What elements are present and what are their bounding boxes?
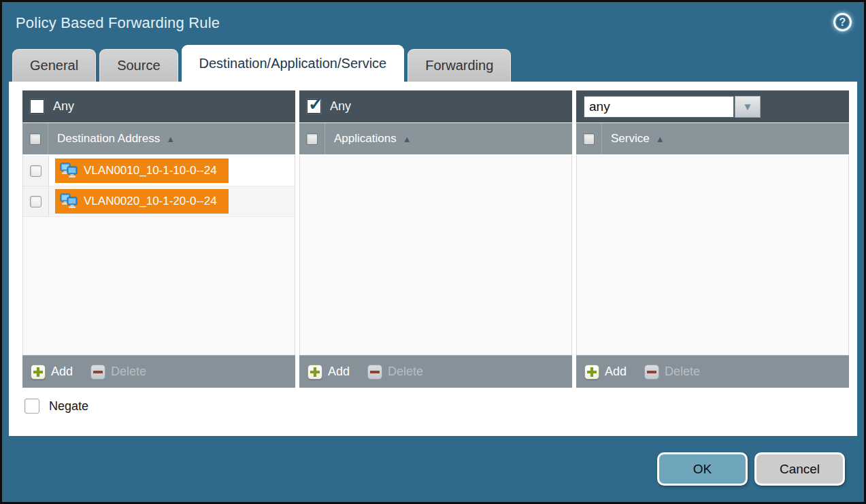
ok-button[interactable]: OK [657, 452, 748, 486]
delete-icon [367, 365, 382, 380]
table-row: VLAN0010_10-1-10-0--24 [23, 156, 295, 186]
applications-any-bar: Any [299, 90, 572, 122]
add-icon [307, 365, 322, 380]
destination-add-button[interactable]: Add [31, 365, 73, 380]
service-dropdown-button[interactable]: ▼ [735, 96, 761, 118]
destination-toolbar: Add Delete [22, 355, 295, 388]
destination-delete-button[interactable]: Delete [90, 365, 146, 380]
delete-icon [644, 365, 659, 380]
applications-column-header-row: Applications ▲ [299, 122, 572, 154]
dialog-footer: OK Cancel [2, 436, 864, 502]
destination-select-all-checkbox[interactable] [29, 133, 41, 145]
destination-address-item[interactable]: VLAN0020_10-1-20-0--24 [55, 189, 229, 214]
destination-row-checkbox[interactable] [30, 196, 41, 207]
tab-source[interactable]: Source [99, 49, 178, 82]
service-toolbar: Add Delete [576, 355, 849, 388]
service-panel: ▼ Service ▲ [576, 90, 849, 388]
tab-general[interactable]: General [12, 49, 96, 82]
service-dropdown-bar: ▼ [576, 90, 849, 122]
destination-list: VLAN0010_10-1-10-0--24 [22, 154, 295, 355]
negate-checkbox[interactable] [24, 399, 39, 414]
address-group-icon [60, 193, 78, 209]
sort-asc-icon: ▲ [166, 134, 175, 144]
service-list [576, 154, 849, 355]
add-icon [584, 365, 599, 380]
applications-column-header[interactable]: Applications [334, 132, 397, 146]
applications-add-button[interactable]: Add [307, 365, 350, 380]
negate-label: Negate [49, 399, 88, 414]
applications-select-all-checkbox[interactable] [306, 133, 318, 145]
tab-destination-application-service[interactable]: Destination/Application/Service [182, 45, 405, 82]
negate-row: Negate [24, 399, 857, 414]
service-select-all-checkbox[interactable] [583, 133, 595, 145]
destination-address-label: VLAN0010_10-1-10-0--24 [84, 164, 217, 178]
help-icon[interactable]: ? [833, 13, 852, 31]
applications-toolbar: Add Delete [299, 355, 572, 388]
tab-content: Any Destination Address ▲ [9, 82, 857, 436]
tab-forwarding[interactable]: Forwarding [407, 49, 511, 82]
destination-address-label: VLAN0020_10-1-20-0--24 [84, 195, 217, 208]
applications-any-label: Any [330, 99, 351, 114]
add-icon [31, 365, 46, 380]
applications-panel: Any Applications ▲ Add [299, 90, 572, 388]
applications-any-checkbox[interactable] [307, 99, 321, 114]
address-group-icon [60, 163, 78, 179]
service-delete-button[interactable]: Delete [644, 365, 700, 380]
pbf-rule-dialog: Policy Based Forwarding Rule ? General S… [0, 0, 866, 504]
service-dropdown-input[interactable] [584, 96, 734, 118]
table-row: VLAN0020_10-1-20-0--24 [23, 186, 295, 217]
service-column-header[interactable]: Service [611, 132, 650, 146]
destination-panel: Any Destination Address ▲ [22, 90, 295, 388]
tab-bar: General Source Destination/Application/S… [2, 44, 864, 82]
cancel-button[interactable]: Cancel [754, 452, 845, 486]
destination-any-checkbox[interactable] [30, 99, 44, 114]
applications-delete-button[interactable]: Delete [367, 365, 423, 380]
destination-address-item[interactable]: VLAN0010_10-1-10-0--24 [55, 158, 229, 183]
applications-list [299, 154, 572, 355]
destination-column-header-row: Destination Address ▲ [22, 122, 295, 154]
delete-icon [90, 365, 105, 380]
destination-row-checkbox[interactable] [30, 165, 41, 177]
dialog-titlebar: Policy Based Forwarding Rule ? [2, 2, 864, 44]
destination-any-label: Any [53, 99, 74, 114]
sort-asc-icon: ▲ [403, 134, 412, 144]
service-dropdown: ▼ [584, 96, 761, 118]
destination-column-header[interactable]: Destination Address [57, 132, 160, 146]
dialog-title: Policy Based Forwarding Rule [16, 14, 220, 32]
sort-asc-icon: ▲ [656, 134, 665, 144]
service-add-button[interactable]: Add [584, 365, 627, 380]
service-column-header-row: Service ▲ [576, 122, 849, 154]
chevron-down-icon: ▼ [743, 101, 753, 112]
destination-any-bar: Any [22, 90, 295, 122]
